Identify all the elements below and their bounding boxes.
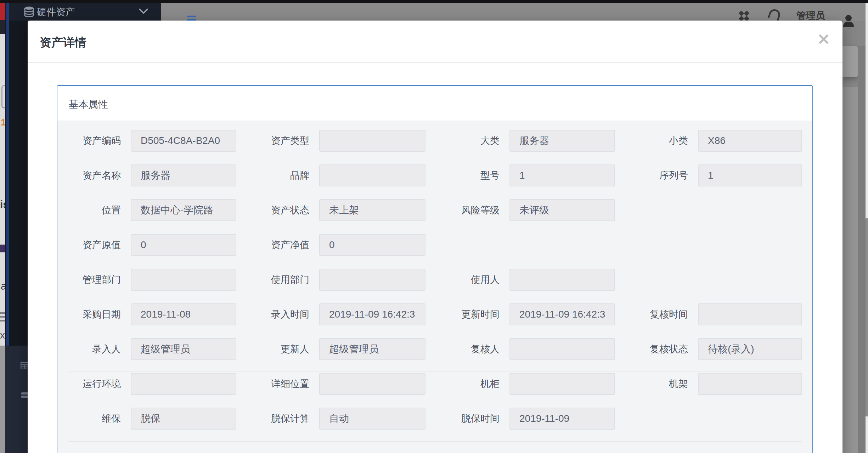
field-label: 资产类型 [236, 134, 319, 147]
field-input[interactable] [509, 338, 615, 360]
field-label: 资产状态 [236, 204, 319, 217]
field-input[interactable]: 0 [319, 234, 425, 256]
edge-gray-bottom [0, 346, 5, 453]
field-cell: 品牌 [236, 158, 425, 193]
field-label: 采购日期 [57, 308, 131, 321]
field-input[interactable]: 服务器 [509, 130, 615, 152]
field-label: 管理部门 [57, 273, 131, 286]
sidebar-item-hardware-assets[interactable]: 硬件资产 [5, 3, 161, 21]
sidebar-accent-strip [6, 3, 9, 346]
section-divider [68, 441, 802, 442]
field-cell: 复核状态待核(录入) [615, 332, 802, 367]
field-input[interactable]: X86 [698, 130, 802, 152]
field-label: 更新人 [236, 343, 319, 356]
field-input[interactable] [319, 269, 425, 291]
field-cell: 机柜 [425, 367, 615, 401]
field-cell: 复核人 [425, 332, 615, 367]
field-input[interactable]: 1 [698, 164, 802, 186]
field-row: 配置描述 [57, 442, 812, 453]
field-label: 品牌 [236, 169, 319, 182]
edge-text-fragment: a [1, 280, 5, 292]
collapse-menu-icon[interactable] [187, 16, 196, 21]
field-input[interactable]: 1 [509, 164, 615, 186]
field-label: 资产编码 [57, 134, 131, 147]
layers-icon[interactable] [21, 392, 28, 399]
field-cell: 配置描述 [57, 442, 802, 453]
database-icon [24, 6, 34, 17]
field-row: 采购日期2019-11-08录入时间2019-11-09 16:42:3更新时间… [57, 297, 812, 332]
field-cell: 资产状态未上架 [236, 193, 425, 228]
dimmed-panel [842, 87, 858, 453]
field-label: 详细位置 [236, 378, 319, 390]
field-cell: 位置数据中心-学院路 [57, 193, 236, 228]
field-input[interactable]: 未评级 [509, 199, 615, 221]
field-input[interactable]: 2019-11-09 16:42:3 [509, 303, 615, 325]
close-icon[interactable]: × [817, 30, 830, 47]
field-cell: 维保脱保 [57, 401, 236, 436]
field-row: 维保脱保脱保计算自动脱保时间2019-11-09 [57, 401, 812, 436]
field-cell: 脱保计算自动 [236, 401, 425, 436]
dimmed-card [842, 46, 858, 77]
background-window-edge: 1 is a xi [0, 3, 5, 453]
field-cell: 使用部门 [236, 262, 425, 297]
field-input[interactable]: 2019-11-08 [131, 303, 236, 325]
field-label: 使用人 [425, 273, 509, 286]
field-label: 复核状态 [615, 343, 698, 356]
field-cell: 录入人超级管理员 [57, 332, 236, 367]
field-cell: 脱保时间2019-11-09 [425, 401, 615, 436]
basic-attributes-panel: 基本属性 资产编码D505-4C8A-B2A0资产类型大类服务器小类X86资产名… [57, 85, 813, 453]
field-input[interactable]: 待核(录入) [698, 338, 802, 360]
field-label: 脱保计算 [236, 412, 319, 425]
field-input[interactable]: 2019-11-09 16:42:3 [319, 303, 425, 325]
sidebar-item-label: 硬件资产 [37, 6, 75, 18]
field-input[interactable] [698, 373, 802, 395]
field-cell: 序列号1 [615, 158, 802, 193]
field-input[interactable] [131, 269, 236, 291]
field-input[interactable] [698, 303, 802, 325]
edge-text-fragment: is [0, 198, 5, 211]
field-label: 复核人 [425, 343, 509, 356]
field-input[interactable]: 未上架 [319, 199, 425, 221]
field-input[interactable]: 脱保 [131, 408, 236, 430]
field-row: 资产名称服务器品牌型号1序列号1 [57, 158, 812, 193]
field-cell: 资产类型 [236, 123, 425, 158]
field-input[interactable] [509, 269, 615, 291]
field-input[interactable]: 0 [131, 234, 236, 256]
page-scrollbar-thumb[interactable] [866, 218, 868, 416]
field-label: 风险等级 [425, 204, 509, 217]
field-cell: 资产原值0 [57, 228, 236, 262]
field-input[interactable]: 数据中心-学院路 [131, 199, 236, 221]
field-input[interactable] [319, 373, 425, 395]
bell-icon[interactable] [767, 8, 782, 21]
field-input[interactable]: 2019-11-09 [509, 408, 615, 430]
field-input[interactable]: 自动 [319, 408, 425, 430]
table-icon[interactable] [21, 362, 28, 369]
field-input[interactable] [319, 164, 425, 186]
field-cell: 详细位置 [236, 367, 425, 401]
field-label: 位置 [57, 204, 131, 217]
field-label: 运行环境 [57, 378, 131, 390]
field-input[interactable]: 超级管理员 [131, 338, 236, 360]
field-row: 资产原值0资产净值0 [57, 228, 812, 262]
field-input[interactable] [131, 373, 236, 395]
edge-dark-block [0, 20, 5, 34]
field-row: 运行环境详细位置机柜机架 [57, 367, 812, 401]
field-input[interactable]: D505-4C8A-B2A0 [131, 130, 236, 152]
field-row: 管理部门使用部门使用人 [57, 262, 812, 297]
field-input[interactable]: 服务器 [131, 164, 236, 186]
field-cell: 使用人 [425, 262, 615, 297]
field-cell: 复核时间 [615, 297, 802, 332]
field-label: 机柜 [425, 378, 509, 390]
asset-detail-modal: 资产详情 × 基本属性 资产编码D505-4C8A-B2A0资产类型大类服务器小… [28, 21, 842, 453]
apps-grid-icon[interactable] [739, 11, 749, 21]
field-label: 资产净值 [236, 239, 319, 251]
field-input[interactable]: 超级管理员 [319, 338, 425, 360]
user-icon[interactable] [842, 15, 855, 28]
chevron-down-icon [139, 9, 148, 14]
field-row: 资产编码D505-4C8A-B2A0资产类型大类服务器小类X86 [57, 123, 812, 158]
field-input[interactable] [509, 373, 615, 395]
modal-title: 资产详情 [40, 35, 86, 51]
field-input[interactable] [319, 130, 425, 152]
field-label: 复核时间 [615, 308, 698, 321]
sidebar-strip-lower [5, 346, 28, 453]
